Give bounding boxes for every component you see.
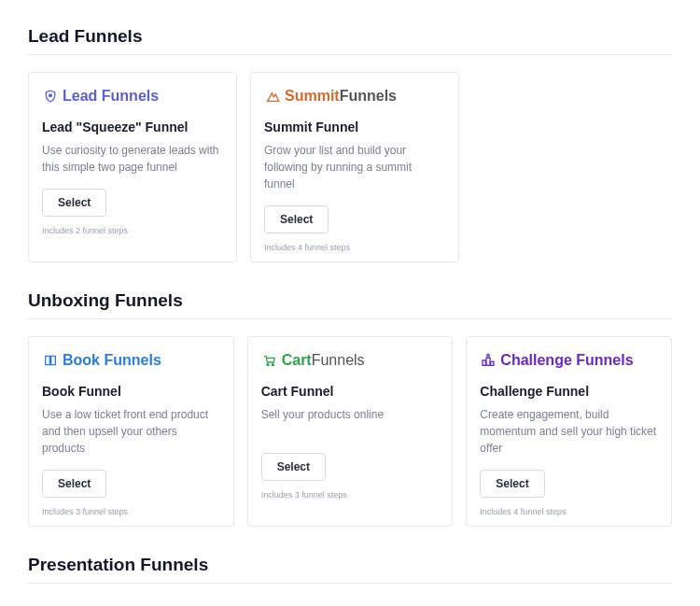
select-button[interactable]: Select [264, 205, 329, 233]
section-divider [28, 54, 672, 55]
card-title: Cart Funnel [261, 384, 440, 399]
svg-point-1 [267, 364, 269, 366]
logo-lead-funnels: Lead Funnels [42, 86, 223, 106]
logo-text: CartFunnels [282, 352, 365, 369]
card-description: Use curiosity to generate leads with thi… [42, 142, 223, 176]
select-button[interactable]: Select [480, 470, 544, 498]
logo-text: Book Funnels [63, 352, 161, 369]
mountain-icon [264, 88, 281, 105]
section-divider [28, 583, 672, 584]
card-row-lead: Lead Funnels Lead "Squeeze" Funnel Use c… [28, 72, 672, 262]
funnel-card-lead-squeeze: Lead Funnels Lead "Squeeze" Funnel Use c… [28, 72, 237, 262]
logo-challenge-funnels: Challenge Funnels [480, 350, 658, 371]
funnel-card-cart: CartFunnels Cart Funnel Sell your produc… [247, 336, 454, 527]
card-title: Lead "Squeeze" Funnel [42, 120, 223, 134]
card-title: Summit Funnel [264, 120, 445, 134]
card-description: Use a low ticket front end product and t… [42, 406, 220, 457]
logo-text: Lead Funnels [63, 88, 159, 105]
book-icon [42, 352, 59, 369]
section-title-unboxing-funnels: Unboxing Funnels [28, 290, 672, 311]
funnel-card-challenge: Challenge Funnels Challenge Funnel Creat… [466, 336, 672, 527]
section-divider [28, 318, 672, 319]
logo-text: Challenge Funnels [500, 352, 633, 369]
svg-rect-4 [483, 360, 485, 365]
card-title: Book Funnel [42, 384, 220, 399]
funnel-steps-note: Includes 4 funnel steps [480, 507, 658, 516]
logo-book-funnels: Book Funnels [42, 350, 220, 371]
funnel-steps-note: Includes 4 funnel steps [264, 243, 445, 252]
card-title: Challenge Funnel [480, 384, 658, 399]
logo-text: SummitFunnels [285, 88, 397, 105]
svg-point-2 [272, 364, 273, 366]
funnel-steps-note: Includes 3 funnel steps [42, 507, 220, 516]
card-description: Grow your list and build your following … [264, 142, 445, 192]
select-button[interactable]: Select [42, 470, 106, 498]
section-title-presentation-funnels: Presentation Funnels [28, 555, 672, 575]
funnel-card-summit: SummitFunnels Summit Funnel Grow your li… [250, 72, 459, 262]
funnel-steps-note: Includes 3 funnel steps [261, 490, 440, 500]
logo-summit-funnels: SummitFunnels [264, 86, 445, 106]
card-description: Sell your products online [261, 406, 440, 440]
card-row-unboxing: Book Funnels Book Funnel Use a low ticke… [28, 336, 672, 527]
svg-point-6 [487, 354, 490, 357]
svg-rect-5 [491, 361, 494, 365]
select-button[interactable]: Select [42, 189, 106, 217]
svg-rect-3 [486, 358, 490, 365]
select-button[interactable]: Select [261, 453, 326, 481]
svg-point-0 [49, 94, 52, 97]
funnel-card-book: Book Funnels Book Funnel Use a low ticke… [28, 336, 234, 527]
logo-cart-funnels: CartFunnels [261, 350, 440, 371]
podium-icon [480, 352, 497, 369]
shield-icon [42, 88, 59, 105]
cart-icon [261, 352, 278, 369]
funnel-steps-note: Includes 2 funnel steps [42, 226, 223, 235]
card-description: Create engagement, build momentum and se… [480, 406, 658, 457]
section-title-lead-funnels: Lead Funnels [28, 26, 672, 47]
